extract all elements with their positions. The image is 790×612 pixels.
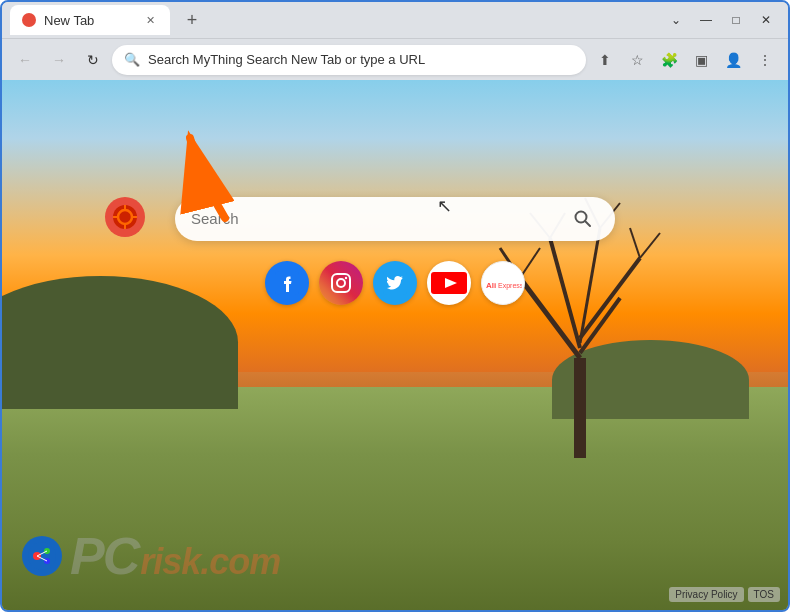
- mything-logo: [105, 197, 145, 237]
- privacy-links: Privacy Policy TOS: [669, 587, 780, 602]
- risk-text: risk.com: [140, 544, 280, 580]
- svg-line-22: [585, 221, 590, 226]
- pcrisk-text: PC risk.com: [70, 530, 280, 582]
- pcrisk-watermark: PC risk.com: [22, 530, 280, 582]
- close-button[interactable]: ✕: [752, 6, 780, 34]
- search-input[interactable]: [191, 210, 567, 227]
- toolbar-icons: ⬆ ☆ 🧩 ▣ 👤 ⋮: [590, 45, 780, 75]
- refresh-button[interactable]: ↻: [78, 45, 108, 75]
- extensions-icon[interactable]: 🧩: [654, 45, 684, 75]
- window-controls: ⌄ — □ ✕: [662, 6, 780, 34]
- bookmark-facebook[interactable]: [265, 261, 309, 305]
- profile-icon[interactable]: 👤: [718, 45, 748, 75]
- svg-line-9: [630, 228, 640, 258]
- bookmark-icon[interactable]: ☆: [622, 45, 652, 75]
- title-bar: New Tab ✕ + ⌄ — □ ✕: [2, 2, 788, 38]
- pcrisk-logo: [22, 536, 62, 576]
- tab-title: New Tab: [44, 13, 134, 28]
- address-text: Search MyThing Search New Tab or type a …: [148, 52, 574, 67]
- page-content: You Ali Express: [2, 80, 788, 610]
- bookmark-aliexpress[interactable]: Ali Express: [481, 261, 525, 305]
- new-tab-button[interactable]: +: [178, 6, 206, 34]
- svg-text:Ali: Ali: [486, 281, 496, 290]
- svg-text:You: You: [432, 286, 445, 293]
- svg-point-27: [345, 276, 347, 278]
- tab-close-button[interactable]: ✕: [142, 12, 158, 28]
- menu-icon[interactable]: ⋮: [750, 45, 780, 75]
- chevron-down-icon[interactable]: ⌄: [662, 6, 690, 34]
- forward-button[interactable]: →: [44, 45, 74, 75]
- bookmark-twitter[interactable]: [373, 261, 417, 305]
- bookmarks-row: You Ali Express: [265, 261, 525, 305]
- minimize-button[interactable]: —: [692, 6, 720, 34]
- svg-line-8: [640, 233, 660, 258]
- browser-window: New Tab ✕ + ⌄ — □ ✕ ← → ↻ 🔍 Search MyThi…: [0, 0, 790, 612]
- address-bar[interactable]: 🔍 Search MyThing Search New Tab or type …: [112, 45, 586, 75]
- bookmark-instagram[interactable]: [319, 261, 363, 305]
- share-icon[interactable]: ⬆: [590, 45, 620, 75]
- svg-text:Express: Express: [498, 282, 522, 290]
- browser-tab[interactable]: New Tab ✕: [10, 5, 170, 35]
- search-box[interactable]: [175, 197, 615, 241]
- pc-text: PC: [70, 530, 138, 582]
- back-button[interactable]: ←: [10, 45, 40, 75]
- search-button[interactable]: [567, 203, 599, 235]
- maximize-button[interactable]: □: [722, 6, 750, 34]
- toolbar: ← → ↻ 🔍 Search MyThing Search New Tab or…: [2, 38, 788, 80]
- privacy-policy-button[interactable]: Privacy Policy: [669, 587, 743, 602]
- svg-point-36: [28, 542, 56, 570]
- svg-rect-0: [574, 358, 586, 458]
- tab-favicon: [22, 13, 36, 27]
- address-search-icon: 🔍: [124, 52, 140, 67]
- tos-button[interactable]: TOS: [748, 587, 780, 602]
- search-widget: You Ali Express: [175, 197, 615, 305]
- bookmark-youtube[interactable]: You: [427, 261, 471, 305]
- splitscreen-icon[interactable]: ▣: [686, 45, 716, 75]
